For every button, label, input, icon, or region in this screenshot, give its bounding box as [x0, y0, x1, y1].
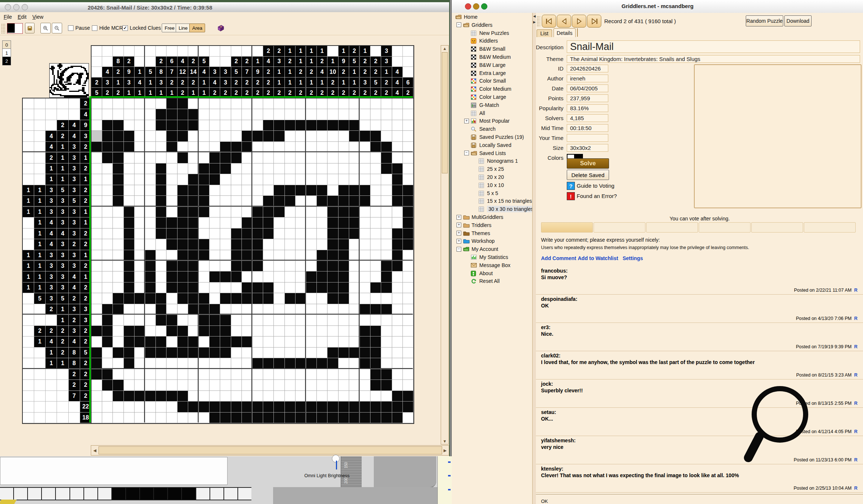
grid-cell-r26c22[interactable]: [317, 369, 327, 380]
grid-cell-r22c5[interactable]: [135, 326, 145, 336]
grid-cell-r25c29[interactable]: [392, 358, 403, 369]
grid-cell-r23c5[interactable]: [135, 336, 145, 347]
grid-cell-r28c18[interactable]: [274, 391, 284, 402]
grid-cell-r24c4[interactable]: [124, 348, 135, 358]
grid-cell-r16c29[interactable]: [392, 261, 403, 271]
grid-cell-r30c21[interactable]: [306, 413, 317, 423]
grid-cell-r2c27[interactable]: [370, 109, 381, 120]
grid-cell-r16c20[interactable]: [296, 261, 306, 271]
grid-cell-r9c17[interactable]: [263, 185, 274, 196]
grid-cell-r3c4[interactable]: [124, 120, 135, 131]
grid-cell-r4c26[interactable]: [360, 131, 370, 141]
grid-cell-r17c16[interactable]: [253, 271, 263, 282]
puzzle-titlebar[interactable]: 20426: Snail-Mail / Size: 30x30x2 / Time…: [0, 2, 449, 12]
grid-cell-r26c5[interactable]: [135, 369, 145, 380]
grid-cell-r25c21[interactable]: [306, 358, 317, 369]
grid-cell-r9c8[interactable]: [166, 185, 177, 196]
grid-cell-r30c27[interactable]: [370, 413, 381, 423]
grid-cell-r7c29[interactable]: [392, 163, 403, 174]
guide-to-voting-link[interactable]: Guide to Voting: [577, 183, 615, 189]
expand-icon[interactable]: +: [456, 223, 461, 227]
grid-cell-r21c2[interactable]: [102, 315, 113, 325]
grid-cell-r22c11[interactable]: [199, 326, 210, 336]
grid-cell-r20c1[interactable]: [92, 304, 102, 315]
grid-cell-r26c4[interactable]: [124, 369, 135, 380]
grid-cell-r30c17[interactable]: [263, 413, 274, 423]
grid-cell-r19c13[interactable]: [220, 293, 231, 304]
grid-cell-r27c11[interactable]: [199, 380, 210, 390]
grid-cell-r2c7[interactable]: [156, 109, 166, 120]
grid-cell-r4c30[interactable]: [403, 131, 413, 141]
grid-cell-r2c12[interactable]: [210, 109, 220, 120]
grid-cell-r15c9[interactable]: [178, 250, 188, 261]
grid-cell-r16c25[interactable]: [349, 261, 360, 271]
grid-cell-r22c26[interactable]: [360, 326, 370, 336]
grid-cell-r13c14[interactable]: [231, 228, 242, 239]
sidebar-item-home[interactable]: Home: [455, 13, 477, 21]
sidebar-item-themes[interactable]: +Themes: [463, 229, 490, 237]
grid-cell-r8c1[interactable]: [92, 174, 102, 185]
grid-cell-r20c26[interactable]: [360, 304, 370, 315]
grid-cell-r10c30[interactable]: [403, 196, 413, 206]
grid-cell-r5c24[interactable]: [339, 142, 349, 152]
grid-cell-r13c23[interactable]: [327, 228, 338, 239]
grid-cell-r23c9[interactable]: [178, 336, 188, 347]
grid-cell-r6c4[interactable]: [124, 152, 135, 163]
grid-cell-r20c11[interactable]: [199, 304, 210, 315]
grid-cell-r12c15[interactable]: [242, 217, 253, 228]
grid-cell-r14c3[interactable]: [113, 239, 123, 250]
grid-cell-r18c9[interactable]: [178, 282, 188, 293]
grid-cell-r7c24[interactable]: [339, 163, 349, 174]
grid-cell-r29c17[interactable]: [263, 402, 274, 412]
grid-cell-r24c16[interactable]: [253, 348, 263, 358]
grid-cell-r25c13[interactable]: [220, 358, 231, 369]
grid-cell-r8c30[interactable]: [403, 174, 413, 185]
grid-cell-r20c12[interactable]: [210, 304, 220, 315]
sidebar-item-15-x-15-no-triangles[interactable]: 15 x 15 no triangles: [479, 197, 532, 205]
sidebar-item-color-large[interactable]: Color Large: [471, 93, 506, 101]
grid-cell-r7c8[interactable]: [166, 163, 177, 174]
grid-cell-r12c3[interactable]: [113, 217, 123, 228]
grid-cell-r17c19[interactable]: [285, 271, 296, 282]
grid-cell-r5c15[interactable]: [242, 142, 253, 152]
grid-cell-r10c3[interactable]: [113, 196, 123, 206]
grid-cell-r25c2[interactable]: [102, 358, 113, 369]
grid-cell-r13c26[interactable]: [360, 228, 370, 239]
grid-cell-r27c23[interactable]: [327, 380, 338, 390]
grid-cell-r11c29[interactable]: [392, 207, 403, 217]
grid-cell-r9c26[interactable]: [360, 185, 370, 196]
grid-cell-r11c18[interactable]: [274, 207, 284, 217]
grid-cell-r15c26[interactable]: [360, 250, 370, 261]
grid-cell-r1c29[interactable]: [392, 98, 403, 109]
grid-cell-r10c20[interactable]: [296, 196, 306, 206]
grid-cell-r4c29[interactable]: [392, 131, 403, 141]
grid-cell-r28c5[interactable]: [135, 391, 145, 402]
grid-cell-r8c16[interactable]: [253, 174, 263, 185]
sidebar-item-most-popular[interactable]: +1Most Popular: [471, 117, 509, 125]
grid-cell-r10c6[interactable]: [145, 196, 156, 206]
grid-cell-r8c5[interactable]: [135, 174, 145, 185]
grid-cell-r7c18[interactable]: [274, 163, 284, 174]
grid-cell-r12c16[interactable]: [253, 217, 263, 228]
grid-cell-r5c26[interactable]: [360, 142, 370, 152]
grid-cell-r10c16[interactable]: [253, 196, 263, 206]
grid-cell-r16c10[interactable]: [188, 261, 199, 271]
grid-cell-r9c21[interactable]: [306, 185, 317, 196]
grid-cell-r30c20[interactable]: [296, 413, 306, 423]
grid-cell-r15c13[interactable]: [220, 250, 231, 261]
grid-cell-r20c10[interactable]: [188, 304, 199, 315]
grid-cell-r2c14[interactable]: [231, 109, 242, 120]
grid-cell-r29c18[interactable]: [274, 402, 284, 412]
grid-cell-r6c15[interactable]: [242, 152, 253, 163]
grid-cell-r10c25[interactable]: [349, 196, 360, 206]
grid-cell-r4c28[interactable]: [381, 131, 392, 141]
grid-cell-r18c2[interactable]: [102, 282, 113, 293]
grid-cell-r7c10[interactable]: [188, 163, 199, 174]
grid-cell-r10c27[interactable]: [370, 196, 381, 206]
first-record-button[interactable]: [542, 15, 556, 28]
grid-cell-r18c5[interactable]: [135, 282, 145, 293]
solve-button[interactable]: Solve: [567, 158, 609, 169]
grid-cell-r9c12[interactable]: [210, 185, 220, 196]
grid-cell-r29c15[interactable]: [242, 402, 253, 412]
grid-cell-r24c11[interactable]: [199, 348, 210, 358]
